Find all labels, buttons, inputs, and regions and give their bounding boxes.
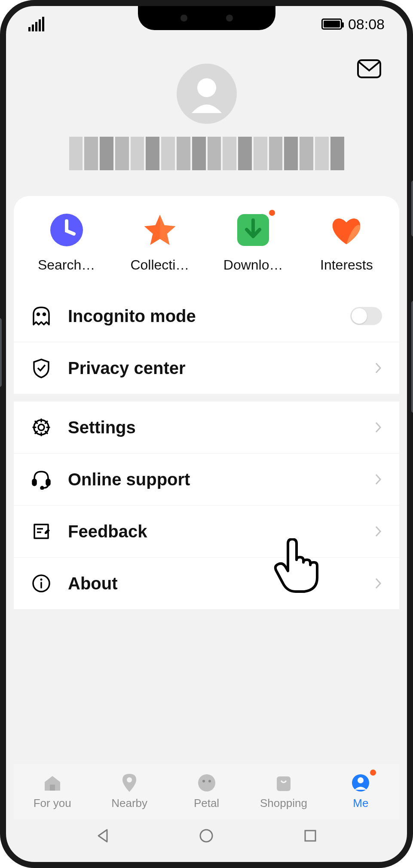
shortcut-downloads[interactable]: Downlo…	[207, 213, 300, 273]
tab-nearby[interactable]: Nearby	[91, 764, 168, 819]
android-nav-bar	[8, 821, 405, 851]
shortcut-collections[interactable]: Collecti…	[113, 213, 206, 273]
notification-dot	[370, 770, 376, 776]
clock-icon	[50, 213, 83, 247]
info-icon	[31, 573, 52, 594]
main-panel: Search… Collecti…	[14, 196, 399, 609]
svg-point-10	[41, 487, 43, 489]
chevron-right-icon	[374, 525, 382, 538]
svg-point-21	[200, 830, 212, 842]
nav-home-button[interactable]	[197, 826, 216, 845]
row-settings[interactable]: Settings	[14, 402, 399, 453]
tab-label: Petal	[194, 797, 219, 810]
chevron-right-icon	[374, 362, 382, 374]
phone-side-button-2	[411, 301, 413, 413]
shortcut-label: Interests	[320, 257, 373, 273]
person-icon	[350, 773, 371, 793]
bag-icon	[273, 773, 294, 793]
row-privacy-center[interactable]: Privacy center	[14, 342, 399, 394]
row-label: Online support	[68, 470, 374, 489]
svg-point-20	[358, 777, 364, 783]
chevron-right-icon	[374, 421, 382, 434]
notification-dot	[269, 210, 275, 216]
svg-rect-18	[277, 776, 291, 791]
tab-label: Me	[353, 797, 368, 810]
tab-label: Nearby	[111, 797, 147, 810]
feedback-icon	[31, 521, 52, 542]
svg-point-12	[40, 579, 43, 581]
nav-back-button[interactable]	[93, 826, 112, 845]
row-online-support[interactable]: Online support	[14, 453, 399, 505]
shield-icon	[31, 358, 52, 378]
signal-icon	[28, 17, 44, 31]
svg-rect-9	[46, 479, 50, 485]
row-label: Privacy center	[68, 359, 374, 378]
phone-side-button-3	[0, 318, 2, 387]
username-redacted	[69, 137, 344, 170]
nav-recents-button[interactable]	[301, 826, 320, 845]
status-time: 08:08	[348, 16, 385, 33]
phone-side-button-1	[411, 181, 413, 236]
tab-label: For you	[34, 797, 71, 810]
messages-button[interactable]	[357, 59, 381, 80]
heart-icon	[330, 213, 363, 247]
chevron-right-icon	[374, 577, 382, 590]
row-label: Incognito mode	[68, 307, 350, 326]
star-icon	[143, 213, 177, 247]
shortcut-search-history[interactable]: Search…	[20, 213, 113, 273]
svg-point-17	[208, 780, 211, 782]
row-label: Feedback	[68, 522, 374, 541]
svg-point-6	[38, 424, 44, 430]
tab-label: Shopping	[260, 797, 307, 810]
shortcut-label: Collecti…	[130, 257, 189, 273]
shortcut-label: Search…	[38, 257, 95, 273]
svg-point-15	[198, 774, 215, 791]
ghost-icon	[31, 306, 52, 326]
download-icon	[236, 213, 270, 247]
row-incognito-mode[interactable]: Incognito mode	[14, 290, 399, 342]
tab-for-you[interactable]: For you	[14, 764, 91, 819]
row-label: Settings	[68, 418, 374, 437]
svg-rect-0	[358, 60, 380, 77]
svg-rect-22	[305, 831, 315, 841]
chevron-right-icon	[374, 473, 382, 486]
quick-shortcuts: Search… Collecti…	[14, 213, 399, 290]
svg-point-16	[202, 780, 205, 782]
gear-icon	[31, 417, 52, 438]
svg-rect-13	[50, 785, 55, 791]
avatar[interactable]	[177, 64, 237, 124]
battery-icon	[321, 18, 342, 30]
svg-point-4	[37, 313, 40, 316]
svg-rect-8	[33, 479, 36, 485]
row-label: About	[68, 574, 374, 593]
pin-icon	[119, 773, 140, 793]
svg-point-1	[197, 78, 216, 97]
phone-notch	[138, 6, 275, 30]
tab-me[interactable]: Me	[322, 764, 399, 819]
tab-petal[interactable]: Petal	[168, 764, 245, 819]
svg-point-5	[43, 313, 46, 316]
incognito-toggle[interactable]	[350, 307, 382, 325]
phone-frame: 08:08	[0, 0, 413, 868]
tab-shopping[interactable]: Shopping	[245, 764, 322, 819]
row-feedback[interactable]: Feedback	[14, 505, 399, 557]
shortcut-label: Downlo…	[223, 257, 283, 273]
headset-icon	[31, 469, 52, 490]
row-about[interactable]: About	[14, 557, 399, 609]
shortcut-interests[interactable]: Interests	[300, 213, 393, 273]
bottom-tab-bar: For you Nearby Petal Shopping	[14, 763, 399, 819]
face-icon	[196, 773, 217, 793]
svg-point-14	[127, 777, 132, 782]
home-icon	[42, 773, 63, 793]
